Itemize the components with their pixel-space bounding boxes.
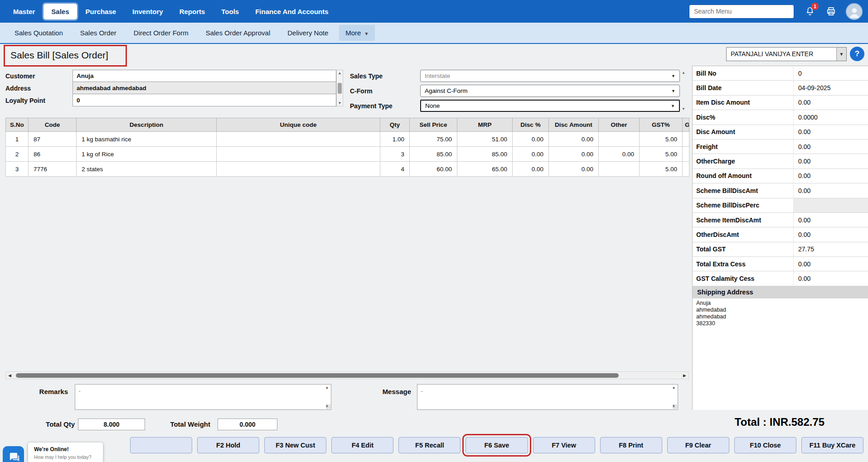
- nav-item-finance-accounts[interactable]: Finance And Accounts: [247, 4, 336, 19]
- scrollbar-thumb[interactable]: [338, 83, 342, 94]
- sales-type-select[interactable]: Interstate ▼: [420, 70, 680, 82]
- summary-value[interactable]: 04-09-2025: [794, 81, 868, 95]
- nav-item-reports[interactable]: Reports: [172, 4, 213, 19]
- f5-recall-button[interactable]: F5 Recall: [398, 437, 461, 453]
- summary-value[interactable]: 0.00: [794, 213, 868, 227]
- summary-value[interactable]: 0.00: [794, 140, 868, 154]
- cell-description[interactable]: 1 kg of Rice: [77, 147, 217, 162]
- f7-view-button[interactable]: F7 View: [533, 437, 595, 453]
- f6-save-button[interactable]: F6 Save: [466, 437, 528, 453]
- user-avatar[interactable]: [846, 3, 863, 20]
- cell-disc-amount[interactable]: 0.00: [549, 162, 599, 177]
- scroll-down-icon[interactable]: ▼: [338, 101, 342, 105]
- nav-item-purchase[interactable]: Purchase: [78, 4, 124, 19]
- cell-unique-code[interactable]: [217, 162, 380, 177]
- scroll-up-icon[interactable]: ▲: [325, 385, 329, 390]
- cell-mrp[interactable]: 51.00: [457, 132, 513, 147]
- summary-value[interactable]: 0.00: [794, 227, 868, 241]
- f11-buy-xcare-button[interactable]: F11 Buy XCare: [801, 437, 863, 453]
- total-weight-field[interactable]: 0.000: [218, 419, 277, 430]
- cell-qty[interactable]: 4: [380, 162, 410, 177]
- f9-clear-button[interactable]: F9 Clear: [667, 437, 729, 453]
- summary-value[interactable]: 0: [794, 66, 868, 80]
- cell-other[interactable]: 0.00: [599, 147, 640, 162]
- cell-sell-price[interactable]: 75.00: [410, 132, 457, 147]
- tab-direct-order-form[interactable]: Direct Order Form: [127, 25, 195, 41]
- f1-button[interactable]: [130, 437, 192, 453]
- search-input[interactable]: [689, 5, 794, 19]
- scrollbar-thumb[interactable]: [16, 373, 619, 378]
- tab-sales-order-approval[interactable]: Sales Order Approval: [199, 25, 277, 41]
- cell-disc-pct[interactable]: 0.00: [513, 132, 549, 147]
- summary-value[interactable]: 0.00: [794, 169, 868, 183]
- table-row[interactable]: 1 87 1 kg basmathi rice 1.00 75.00 51.00…: [6, 132, 689, 147]
- summary-value[interactable]: 0.00: [794, 96, 868, 110]
- form-mini-scrollbar[interactable]: ▲ ▼: [680, 70, 687, 112]
- address-field[interactable]: ahmedabad ahmedabad: [73, 82, 336, 94]
- c-form-select[interactable]: Against C-Form ▼: [420, 85, 680, 97]
- f3-new-cust-button[interactable]: F3 New Cust: [264, 437, 326, 453]
- cell-gst-amount-clipped[interactable]: [683, 147, 689, 162]
- payment-type-select[interactable]: None ▼: [420, 100, 680, 112]
- cell-mrp[interactable]: 65.00: [457, 162, 513, 177]
- cell-sell-price[interactable]: 60.00: [410, 162, 457, 177]
- cell-sell-price[interactable]: 85.00: [410, 147, 457, 162]
- cell-gst-pct[interactable]: 5.00: [640, 132, 683, 147]
- cell-disc-pct[interactable]: 0.00: [513, 162, 549, 177]
- summary-value[interactable]: 0.00: [794, 154, 868, 168]
- loyalty-point-field[interactable]: 0: [73, 94, 336, 106]
- help-button[interactable]: ?: [850, 47, 864, 61]
- cell-gst-pct[interactable]: 5.00: [640, 147, 683, 162]
- tab-sales-order[interactable]: Sales Order: [74, 25, 123, 41]
- scroll-up-icon[interactable]: ▲: [338, 71, 342, 75]
- scroll-right-icon[interactable]: ▶: [681, 373, 689, 378]
- f8-print-button[interactable]: F8 Print: [600, 437, 662, 453]
- chat-launcher-button[interactable]: [3, 446, 24, 462]
- cell-description[interactable]: 2 states: [77, 162, 217, 177]
- customer-field[interactable]: Anuja: [73, 70, 336, 82]
- company-selector[interactable]: PATANJALI VANIJYA ENTER ▼: [726, 47, 847, 61]
- cell-qty[interactable]: 1.00: [380, 132, 410, 147]
- cell-sno[interactable]: 3: [6, 162, 29, 177]
- cell-code[interactable]: 7776: [29, 162, 77, 177]
- table-row[interactable]: 3 7776 2 states 4 60.00 65.00 0.00 0.00 …: [6, 162, 689, 177]
- summary-value[interactable]: 0.0000: [794, 110, 868, 124]
- scroll-up-icon[interactable]: ▲: [672, 385, 676, 390]
- cell-disc-pct[interactable]: 0.00: [513, 147, 549, 162]
- remarks-textarea[interactable]: . ▲ ▼: [75, 384, 331, 410]
- horizontal-scrollbar[interactable]: ◀ ▶: [5, 371, 689, 379]
- summary-value[interactable]: 0.00: [794, 257, 868, 271]
- summary-value[interactable]: [794, 198, 868, 212]
- print-button[interactable]: [825, 5, 837, 17]
- cell-code[interactable]: 87: [29, 132, 77, 147]
- cell-gst-amount-clipped[interactable]: [683, 162, 689, 177]
- summary-value[interactable]: 27.75: [794, 242, 868, 256]
- nav-item-inventory[interactable]: Inventory: [125, 4, 171, 19]
- f10-close-button[interactable]: F10 Close: [734, 437, 796, 453]
- cell-description[interactable]: 1 kg basmathi rice: [77, 132, 217, 147]
- cell-sno[interactable]: 2: [6, 147, 29, 162]
- cell-code[interactable]: 86: [29, 147, 77, 162]
- nav-item-master[interactable]: Master: [5, 4, 43, 19]
- cell-mrp[interactable]: 85.00: [457, 147, 513, 162]
- cell-other[interactable]: [599, 132, 640, 147]
- scroll-up-icon[interactable]: ▲: [682, 71, 685, 75]
- tab-more[interactable]: More▼: [339, 25, 375, 41]
- nav-item-tools[interactable]: Tools: [213, 4, 247, 19]
- cell-gst-pct[interactable]: 5.00: [640, 162, 683, 177]
- nav-item-sales[interactable]: Sales: [44, 4, 77, 19]
- cell-sno[interactable]: 1: [6, 132, 29, 147]
- table-row[interactable]: 2 86 1 kg of Rice 3 85.00 85.00 0.00 0.0…: [6, 147, 689, 162]
- resize-handle[interactable]: [673, 404, 677, 409]
- tab-sales-quotation[interactable]: Sales Quotation: [8, 25, 69, 41]
- form-scrollbar[interactable]: ▲ ▼: [336, 70, 343, 106]
- notifications-button[interactable]: 1: [804, 5, 816, 17]
- cell-qty[interactable]: 3: [380, 147, 410, 162]
- cell-disc-amount[interactable]: 0.00: [549, 132, 599, 147]
- cell-unique-code[interactable]: [217, 132, 380, 147]
- summary-value[interactable]: 0.00: [794, 125, 868, 139]
- chat-status-card[interactable]: We're Online! How may I help you today?: [28, 443, 103, 462]
- cell-gst-amount-clipped[interactable]: [683, 132, 689, 147]
- message-textarea[interactable]: . ▲ ▼: [417, 384, 678, 410]
- scroll-left-icon[interactable]: ◀: [6, 373, 14, 378]
